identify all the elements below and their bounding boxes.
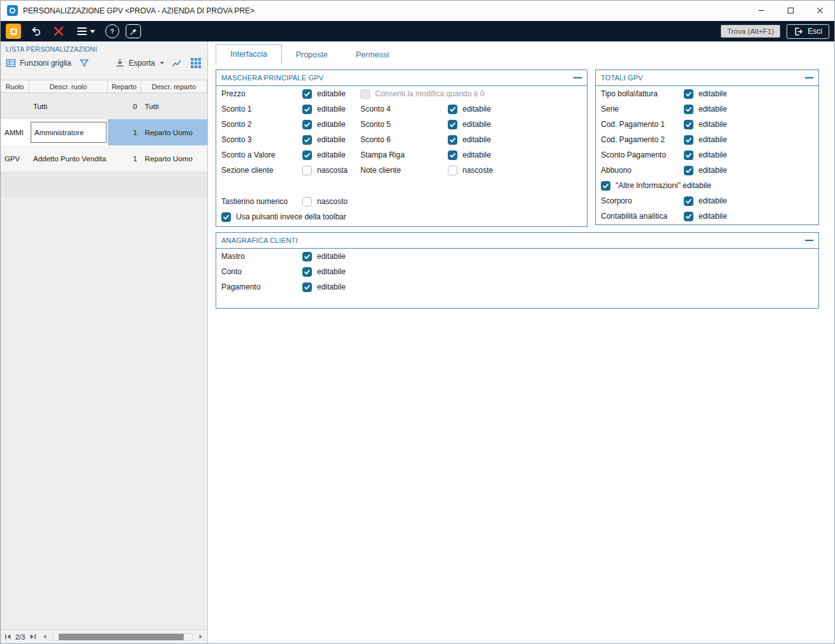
trova-button[interactable]: Trova (Alt+F1) <box>721 25 780 38</box>
field-state: editabile <box>317 105 360 113</box>
field-label: Sconto 4 <box>360 105 448 113</box>
table-row-ammi-selected[interactable]: AMMI Amministratore 1 Reparto Uomo <box>1 119 207 145</box>
cell-edit-input[interactable]: Amministratore <box>31 122 107 143</box>
sconto3-checkbox[interactable] <box>302 135 312 145</box>
app-icon <box>7 5 18 16</box>
funzioni-griglia-label: Funzioni griglia <box>20 59 71 68</box>
cell-ruolo: GPV <box>1 145 29 172</box>
mastro-checkbox[interactable] <box>302 252 312 261</box>
stampa-riga-checkbox[interactable] <box>448 150 457 160</box>
field-label: Cod. Pagamento 2 <box>601 135 684 144</box>
sconto-valore-checkbox[interactable] <box>302 150 312 160</box>
tastierino-checkbox[interactable] <box>302 197 312 207</box>
pagamento-checkbox[interactable] <box>302 282 312 292</box>
sconto1-checkbox[interactable] <box>302 105 312 114</box>
cell-ruolo <box>1 93 29 119</box>
sconto2-checkbox[interactable] <box>302 120 312 129</box>
close-button[interactable] <box>805 1 834 21</box>
pin-icon[interactable] <box>126 24 141 38</box>
field-label: Abbuono <box>601 166 684 175</box>
undo-icon[interactable] <box>27 24 44 39</box>
note-cliente-checkbox[interactable] <box>448 166 457 175</box>
sconto6-checkbox[interactable] <box>448 135 457 145</box>
tab-interfaccia[interactable]: Interfaccia <box>216 44 282 64</box>
chart-icon[interactable] <box>170 57 183 70</box>
field-state: editabile <box>698 105 742 113</box>
cell-reparto: 0 <box>108 93 141 119</box>
consenti-modifica-label: Consenti la modifica quando è 0 <box>375 89 484 98</box>
column-header-descr-ruolo[interactable]: Descr. ruolo <box>29 80 108 92</box>
field-label: Note cliente <box>360 166 448 175</box>
column-header-ruolo[interactable]: Ruolo <box>1 80 29 92</box>
abbuono-checkbox[interactable] <box>684 166 693 175</box>
table-row-tutti[interactable]: Tutti 0 Tutti <box>1 93 207 119</box>
collapse-icon[interactable] <box>573 77 582 78</box>
tab-permessi[interactable]: Permessi <box>342 45 403 64</box>
minimize-button[interactable] <box>746 1 776 21</box>
menu-icon[interactable] <box>73 26 99 37</box>
cell-descr-ruolo-editing: Amministratore <box>29 119 108 145</box>
scroll-right-icon[interactable] <box>196 633 205 641</box>
group-anagrafica-clienti: ANAGRAFICA CLIENTI Mastro editabile Cont… <box>216 232 819 309</box>
hamburger-lines <box>77 27 87 35</box>
grid-view-icon[interactable] <box>189 57 202 70</box>
cod-pagamento2-checkbox[interactable] <box>684 135 693 145</box>
field-label: Contabilità analitica <box>601 212 684 221</box>
tab-proposte[interactable]: Proposte <box>282 45 342 64</box>
field-state: editabile <box>698 150 742 159</box>
esci-button[interactable]: Esci <box>787 24 829 39</box>
tipo-bolla-checkbox[interactable] <box>684 89 693 99</box>
field-state: nascosto <box>317 197 360 206</box>
field-row-usa-pulsanti: Usa pulsanti invece della toolbar <box>216 209 587 224</box>
cell-descr-reparto: Reparto Uomo <box>141 119 207 145</box>
field-label: Serie <box>601 105 684 113</box>
sezione-cliente-checkbox[interactable] <box>302 166 312 175</box>
passepartout-logo-icon[interactable] <box>6 24 21 39</box>
sconto4-checkbox[interactable] <box>448 105 457 114</box>
scroll-left-icon[interactable] <box>40 633 49 641</box>
filter-icon[interactable] <box>78 57 91 70</box>
scorporo-checkbox[interactable] <box>684 196 693 206</box>
altre-informazioni-label: "Altre Informazioni" editabile <box>616 181 711 190</box>
field-row-sconto2: Sconto 2 editabile Sconto 5 editabile <box>216 117 587 132</box>
field-row-serie: Serie editabile <box>596 101 818 117</box>
field-label: Conto <box>221 267 302 276</box>
field-label: Pagamento <box>221 282 302 291</box>
field-row-cod-pagamento-1: Cod. Pagamento 1 editabile <box>596 117 818 132</box>
maximize-button[interactable] <box>776 1 805 21</box>
sconto-pagamento-checkbox[interactable] <box>684 150 693 160</box>
first-page-icon[interactable] <box>3 633 12 641</box>
field-label: Tipo bolla\fattura <box>601 89 684 98</box>
cod-pagamento1-checkbox[interactable] <box>684 120 693 129</box>
cell-descr-reparto: Tutti <box>141 93 207 119</box>
scrollbar-thumb[interactable] <box>59 634 184 640</box>
help-icon[interactable] <box>105 24 119 38</box>
field-state: editabile <box>698 196 742 205</box>
usa-pulsanti-label: Usa pulsanti invece della toolbar <box>236 212 346 221</box>
delete-icon[interactable] <box>50 24 67 39</box>
page-indicator: 2/3 <box>15 633 25 641</box>
horizontal-scrollbar[interactable] <box>52 633 193 641</box>
sconto5-checkbox[interactable] <box>448 120 457 129</box>
altre-informazioni-checkbox[interactable] <box>601 181 610 191</box>
collapse-icon[interactable] <box>805 77 813 78</box>
conto-checkbox[interactable] <box>302 267 312 277</box>
usa-pulsanti-checkbox[interactable] <box>221 212 231 222</box>
last-page-icon[interactable] <box>28 633 37 641</box>
column-header-reparto[interactable]: Reparto <box>108 80 141 92</box>
serie-checkbox[interactable] <box>684 105 693 114</box>
collapse-icon[interactable] <box>805 240 813 241</box>
column-header-descr-reparto[interactable]: Descr. reparto <box>141 80 207 92</box>
consenti-modifica-checkbox[interactable] <box>360 89 370 99</box>
prezzo-checkbox[interactable] <box>302 89 312 99</box>
field-row-scorporo: Scorporo editabile <box>596 193 818 209</box>
group-title-bar: TOTALI GPV <box>596 70 818 86</box>
table-row-gpv[interactable]: GPV Addetto Punto Vendita 1 Reparto Uomo <box>1 145 207 172</box>
esporta-button[interactable]: Esporta <box>115 58 164 68</box>
grid-functions-icon <box>6 58 16 68</box>
field-row-sconto1: Sconto 1 editabile Sconto 4 editabile <box>216 101 587 117</box>
contabilita-analitica-checkbox[interactable] <box>684 212 693 221</box>
funzioni-griglia-button[interactable]: Funzioni griglia <box>6 58 71 68</box>
cell-descr-reparto: Reparto Uomo <box>141 145 207 172</box>
field-row-sezione-cliente: Sezione cliente nascosta Note cliente na… <box>216 163 587 178</box>
